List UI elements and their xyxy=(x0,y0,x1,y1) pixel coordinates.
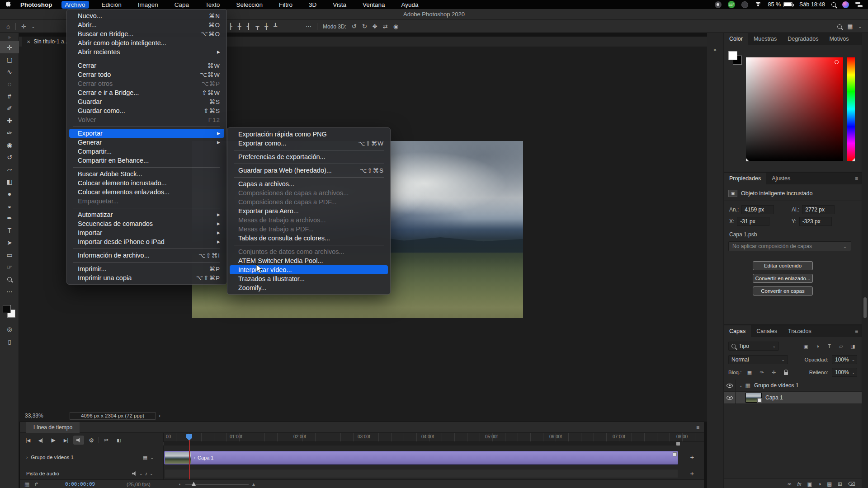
convert-to-linked-button[interactable]: Convertir en enlazado... xyxy=(753,274,813,283)
status-chevron-icon[interactable]: › xyxy=(159,413,160,419)
menu-item-interpretar-video[interactable]: Interpretar vídeo... xyxy=(230,265,388,274)
pan-3d-icon[interactable]: ✥ xyxy=(373,23,377,30)
menu-item-exportar-para-aero[interactable]: Exportar para Aero... xyxy=(230,206,388,216)
filter-adjustment-layers-icon[interactable]: ◑ xyxy=(813,342,822,351)
gradient-tool[interactable]: ◧ xyxy=(0,175,19,188)
collapse-panels-icon[interactable]: « xyxy=(707,47,723,53)
weather-badge[interactable]: 33° xyxy=(728,1,735,8)
menubar-clock[interactable]: Sáb 18:48 xyxy=(799,1,825,8)
video-clip-capa1[interactable]: › Capa 1 xyxy=(164,451,678,465)
go-to-start-button[interactable]: |◀ xyxy=(23,436,33,445)
height-value[interactable]: 2772 px xyxy=(802,205,835,214)
zoom-tool[interactable] xyxy=(0,273,19,285)
menu-item-nuevo[interactable]: Nuevo...⌘N xyxy=(69,11,224,20)
lasso-tool[interactable]: ∿ xyxy=(0,66,19,78)
menubar-item-texto[interactable]: Texto xyxy=(202,1,223,9)
layer-row-capa1[interactable]: Capa 1 xyxy=(724,392,862,404)
audio-chevron-icon[interactable]: ⌄ xyxy=(139,471,143,476)
align-top-icon[interactable]: ┰ xyxy=(255,23,259,30)
zoom-in-mountain-icon[interactable]: ▲ xyxy=(251,482,256,487)
layer-row-group[interactable]: ⌄ ▦ Grupo de vídeos 1 xyxy=(724,380,862,392)
work-area-bar[interactable] xyxy=(164,442,678,446)
type-tool[interactable]: T xyxy=(0,224,19,236)
layer-thumbnail[interactable] xyxy=(745,393,762,403)
fill-dropdown[interactable]: 100% ⌄ xyxy=(832,368,857,377)
menu-item-atem-switcher[interactable]: ATEM Switcher Media Pool... xyxy=(230,256,388,265)
menu-item-zoomify[interactable]: Zoomify... xyxy=(230,283,388,292)
menu-item-capas-a-archivos[interactable]: Capas a archivos... xyxy=(230,179,388,188)
move-tool[interactable]: ✛ xyxy=(0,41,19,53)
menu-item-cerrar-todo[interactable]: Cerrar todo⌥⌘W xyxy=(69,70,224,79)
convert-to-layers-button[interactable]: Convertir en capas xyxy=(753,286,813,296)
quick-mask-icon[interactable]: ◎ xyxy=(0,326,19,333)
filter-type-layers-icon[interactable]: T xyxy=(825,342,834,351)
panel-menu-icon[interactable]: ≡ xyxy=(855,175,862,182)
menu-item-imprimir[interactable]: Imprimir...⌘P xyxy=(69,264,224,273)
lock-transparency-icon[interactable]: ▦ xyxy=(745,368,754,377)
lock-all-icon[interactable] xyxy=(782,368,790,377)
next-frame-button[interactable]: ▶| xyxy=(61,436,71,445)
path-selection-tool[interactable]: ➤ xyxy=(0,236,19,249)
delete-layer-icon[interactable]: ⌫ xyxy=(848,481,855,487)
brush-tool[interactable]: ✑ xyxy=(0,127,19,139)
document-tab[interactable]: ✕ Sin título-1 a... xyxy=(22,37,73,47)
more-options-icon[interactable]: ⋯ xyxy=(306,23,311,30)
menu-item-compartir-en-behance[interactable]: Compartir en Behance... xyxy=(69,156,224,165)
tool-preset-chevron-icon[interactable]: ⌄ xyxy=(32,24,35,29)
menu-item-preferencias-de-exportacion[interactable]: Preferencias de exportación... xyxy=(230,152,388,161)
workspace-layout-icon[interactable]: ▦ xyxy=(847,23,853,30)
menu-item-guardar-como[interactable]: Guardar como...⇧⌘S xyxy=(69,106,224,115)
layer-mask-icon[interactable]: ▣ xyxy=(807,481,812,487)
audio-track-label[interactable]: Pista de audio xyxy=(26,471,59,476)
layer-effects-icon[interactable]: fx xyxy=(797,481,801,487)
menubar-item-filtro[interactable]: Filtro xyxy=(275,1,296,9)
menubar-item-3d[interactable]: 3D xyxy=(305,1,320,9)
group-expand-icon[interactable]: ⌄ xyxy=(739,383,743,388)
link-layers-icon[interactable]: ∞ xyxy=(788,481,791,487)
dodge-tool[interactable]: ◒ xyxy=(0,200,19,212)
y-value[interactable]: -323 px xyxy=(799,217,832,226)
roll-3d-icon[interactable]: ↻ xyxy=(362,23,367,30)
align-middle-icon[interactable]: ╁ xyxy=(264,23,268,30)
tab-trazados[interactable]: Trazados xyxy=(783,325,817,337)
timeline-menu-icon[interactable]: ≡ xyxy=(696,424,704,431)
menu-item-abrir-recientes[interactable]: Abrir recientes▶ xyxy=(69,47,224,56)
track-film-icon[interactable]: ▦ xyxy=(143,455,147,460)
slide-3d-icon[interactable]: ⇄ xyxy=(383,23,388,30)
tab-ajustes[interactable]: Ajustes xyxy=(766,173,796,184)
track-options-chevron-icon[interactable]: ⌄ xyxy=(150,455,154,460)
tab-capas[interactable]: Capas xyxy=(724,325,751,337)
history-brush-tool[interactable]: ↺ xyxy=(0,151,19,163)
menubar-item-ayuda[interactable]: Ayuda xyxy=(398,1,422,9)
new-group-icon[interactable]: ▤ xyxy=(827,481,832,487)
menu-item-colocar-elementos-enlazados[interactable]: Colocar elementos enlazados... xyxy=(69,188,224,197)
menu-item-informacion-de-archivo[interactable]: Información de archivo...⌥⇧⌘I xyxy=(69,251,224,260)
home-icon[interactable]: ⌂ xyxy=(6,23,10,30)
filter-pixel-layers-icon[interactable]: ▣ xyxy=(802,342,810,351)
foreground-color-swatch[interactable] xyxy=(3,305,11,313)
spotlight-search-icon[interactable] xyxy=(831,2,836,7)
menubar-item-capa[interactable]: Capa xyxy=(171,1,193,9)
panel-scrollbar[interactable] xyxy=(862,33,868,488)
audio-speaker-icon[interactable] xyxy=(132,471,137,476)
align-bottom-icon[interactable]: ┸ xyxy=(274,23,277,30)
tab-muestras[interactable]: Muestras xyxy=(748,33,782,45)
track-expand-icon[interactable]: › xyxy=(26,455,28,460)
zoom-out-mountain-icon[interactable]: ▲ xyxy=(178,483,181,486)
tool-preset-icon[interactable]: ✛ xyxy=(21,23,26,30)
layer-filter-dropdown[interactable]: Tipo ⌄ xyxy=(728,342,779,351)
menu-item-importar-desde-iphone[interactable]: Importar desde iPhone o iPad▶ xyxy=(69,237,224,246)
visibility-toggle[interactable] xyxy=(724,392,736,404)
tab-degradados[interactable]: Degradados xyxy=(782,33,824,45)
split-clip-icon[interactable]: ✂ xyxy=(101,436,112,445)
menu-item-compartir[interactable]: Compartir... xyxy=(69,147,224,156)
eyedropper-tool[interactable]: ✐ xyxy=(0,102,19,114)
tab-motivos[interactable]: Motivos xyxy=(824,33,854,45)
transition-icon[interactable]: ◧ xyxy=(113,436,124,445)
orbit-3d-icon[interactable]: ↺ xyxy=(352,23,357,30)
filter-smart-objects-icon[interactable]: ◨ xyxy=(849,342,857,351)
work-area-end-handle[interactable] xyxy=(676,442,680,446)
menu-item-guardar-para-web[interactable]: Guardar para Web (heredado)...⌥⇧⌘S xyxy=(230,166,388,175)
adjustment-layer-icon[interactable]: ◑ xyxy=(818,481,821,487)
audio-options-chevron-icon[interactable]: ⌄ xyxy=(150,471,153,476)
